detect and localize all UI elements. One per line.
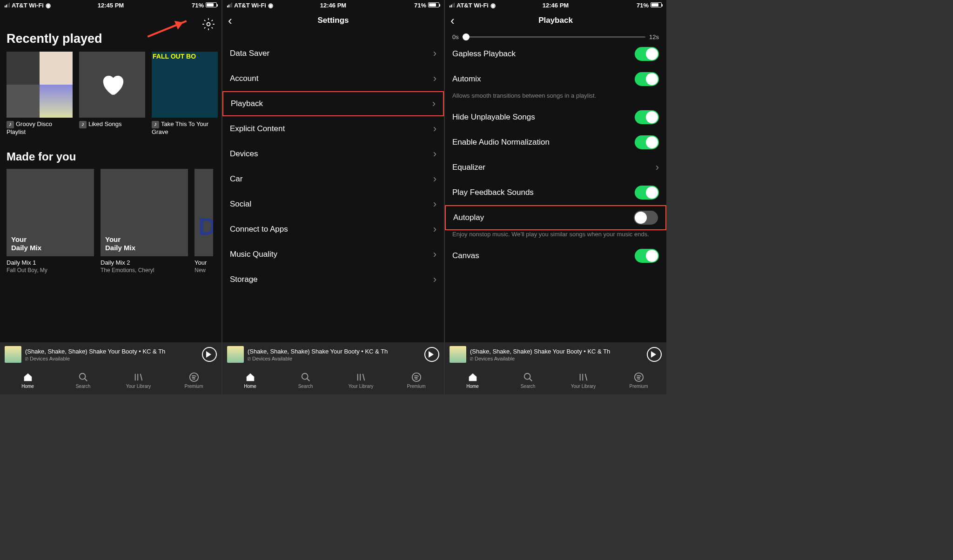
statusbar: AT&T Wi-Fi ◉ 12:46 PM 71% [445,0,666,10]
settings-row-connect-to-apps[interactable]: Connect to Apps› [222,217,444,242]
section-made-for-you: Made for you [0,141,221,164]
heart-icon [99,71,126,98]
playback-row-equalizer[interactable]: Equalizer› [445,155,666,180]
mix-tile[interactable]: YourDaily MixDaily Mix 2The Emotions, Ch… [101,169,188,273]
tab-library[interactable]: Your Library [111,367,166,394]
signal-icon [450,3,455,7]
made-for-you-row: YourDaily MixDaily Mix 1Fall Out Boy, My… [0,164,221,278]
slider-max: 12s [649,33,659,40]
playlist-tile[interactable]: ♪Liked Songs [79,52,145,136]
clock: 12:45 PM [98,2,124,9]
tab-premium[interactable]: Premium [389,367,444,394]
statusbar: AT&T Wi-Fi ◉ 12:46 PM 71% [222,0,444,10]
chevron-right-icon: › [432,98,436,110]
row-label: Gapless Playback [452,49,516,59]
chevron-right-icon: › [433,123,436,135]
statusbar: AT&T Wi-Fi ◉ 12:45 PM 71% [0,0,221,10]
settings-row-social[interactable]: Social› [222,192,444,217]
tab-premium[interactable]: Premium [611,367,666,394]
toggle[interactable] [635,110,659,124]
row-label: Autoplay [453,213,484,222]
mix-tile[interactable]: YourDaily MixDaily Mix 1Fall Out Boy, My [7,169,94,273]
playback-row-enable-audio-normalization[interactable]: Enable Audio Normalization [445,130,666,155]
playback-row-gapless-playback[interactable]: Gapless Playback [445,41,666,67]
tabbar: Home Search Your Library Premium [222,367,444,394]
playlist-tile[interactable]: FALL OUT BO♪Take This To Your Grave [152,52,218,136]
playlist-icon: ♪ [79,121,87,128]
slider-min: 0s [452,33,459,40]
playback-row-autoplay[interactable]: Autoplay [445,205,666,230]
playlist-tile[interactable]: ♪Groovy Disco Playlist [7,52,73,136]
settings-row-music-quality[interactable]: Music Quality› [222,242,444,267]
battery-icon [651,2,662,7]
now-playing-bar[interactable]: (Shake, Shake, Shake) Shake Your Booty •… [0,342,221,367]
row-label: Explicit Content [230,124,285,133]
svg-point-3 [302,373,308,380]
mix-tile[interactable]: DYourNew [195,169,213,273]
tab-home[interactable]: Home [0,367,55,394]
playback-row-canvas[interactable]: Canvas [445,243,666,268]
settings-row-data-saver[interactable]: Data Saver› [222,41,444,66]
playback-row-automix[interactable]: Automix [445,67,666,92]
row-label: Connect to Apps [230,225,288,234]
tab-library[interactable]: Your Library [333,367,389,394]
settings-row-explicit-content[interactable]: Explicit Content› [222,116,444,141]
now-playing-bar[interactable]: (Shake, Shake, Shake) Shake Your Booty •… [222,342,444,367]
chevron-right-icon: › [433,248,436,260]
tab-search[interactable]: Search [500,367,556,394]
toggle[interactable] [634,211,658,225]
play-button[interactable] [647,347,662,362]
section-recently-played: Recently played [0,27,221,47]
row-label: Music Quality [230,250,277,259]
row-label: Social [230,200,251,209]
tabbar: Home Search Your Library Premium [445,367,666,394]
settings-row-devices[interactable]: Devices› [222,141,444,167]
chevron-right-icon: › [433,47,436,60]
wifi-icon: ◉ [46,2,51,9]
tab-search[interactable]: Search [55,367,111,394]
playback-row-play-feedback-sounds[interactable]: Play Feedback Sounds [445,180,666,205]
album-art [5,346,21,363]
chevron-right-icon: › [433,273,436,286]
row-description: Enjoy nonstop music. We'll play you simi… [445,230,666,243]
settings-row-car[interactable]: Car› [222,167,444,192]
toggle[interactable] [635,249,659,263]
tab-search[interactable]: Search [278,367,333,394]
row-label: Account [230,74,258,83]
play-button[interactable] [424,347,439,362]
clock: 12:46 PM [543,2,569,9]
back-button[interactable]: ‹ [228,13,232,28]
settings-row-playback[interactable]: Playback› [222,91,444,116]
playback-row-hide-unplayable-songs[interactable]: Hide Unplayable Songs [445,105,666,130]
toggle[interactable] [635,72,659,86]
tab-home[interactable]: Home [445,367,500,394]
settings-row-storage[interactable]: Storage› [222,267,444,292]
recently-played-row: ♪Groovy Disco Playlist ♪Liked Songs FALL… [0,47,221,141]
crossfade-slider[interactable]: 0s 12s [445,31,666,41]
row-label: Hide Unplayable Songs [452,113,535,122]
chevron-right-icon: › [656,161,659,173]
tabbar: Home Search Your Library Premium [0,367,221,394]
playback-screen: AT&T Wi-Fi ◉ 12:46 PM 71% ‹ Playback 0s … [445,0,666,394]
toggle[interactable] [635,186,659,200]
album-art [450,346,466,363]
signal-icon [5,3,10,7]
row-label: Automix [452,74,481,84]
signal-icon [227,3,232,7]
tab-library[interactable]: Your Library [556,367,611,394]
gear-icon[interactable] [202,18,215,31]
now-playing-bar[interactable]: (Shake, Shake, Shake) Shake Your Booty •… [445,342,666,367]
toggle[interactable] [635,135,659,149]
toggle[interactable] [635,47,659,61]
row-label: Equalizer [452,163,485,172]
play-button[interactable] [202,347,217,362]
clock: 12:46 PM [320,2,346,9]
row-label: Devices [230,149,258,159]
settings-row-account[interactable]: Account› [222,66,444,91]
back-button[interactable]: ‹ [450,13,455,28]
row-label: Storage [230,275,258,284]
row-label: Car [230,174,242,184]
home-screen: AT&T Wi-Fi ◉ 12:45 PM 71% Recently playe… [0,0,221,394]
tab-premium[interactable]: Premium [166,367,221,394]
tab-home[interactable]: Home [222,367,278,394]
